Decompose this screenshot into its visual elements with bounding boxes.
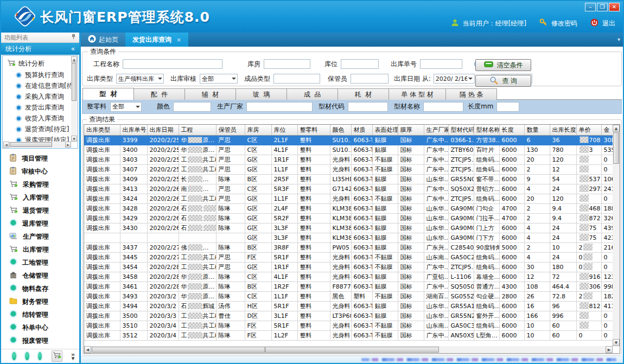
scroll-thumb[interactable]	[613, 132, 619, 164]
product-type-input[interactable]	[273, 74, 320, 84]
module-circle-icon[interactable]	[12, 352, 16, 360]
tree-root[interactable]: 统计分析	[7, 58, 70, 69]
pin-icon[interactable]	[71, 34, 76, 41]
table-horizontal-scrollbar[interactable]: ◀ ‖ ▶	[84, 346, 613, 353]
scroll-right-icon[interactable]: ▶	[606, 346, 613, 353]
sidebar-item-退库管理[interactable]: 退库管理	[1, 217, 79, 230]
logout-link[interactable]: 退出	[602, 19, 615, 28]
column-header[interactable]: 整零料	[297, 125, 330, 135]
table-row[interactable]: 调拨出库34942020/3/2石辉城汤伟H区5R1F整料光身料6063-T5贴…	[84, 301, 613, 311]
clear-conditions-button[interactable]: 清空条件	[475, 59, 531, 71]
column-header[interactable]: 型材代码	[448, 125, 474, 135]
column-header[interactable]: 单价	[576, 125, 601, 135]
table-row[interactable]: 调拨出库34932020/3/2华原…陈琳C区1L1F整料黑色塑料不贴膜国标湖南…	[84, 291, 613, 301]
column-header[interactable]: 数量	[524, 125, 550, 135]
table-row[interactable]: 调拨出库34372020/2/27佛…陈琳B区3R8F整料PW056063-T5…	[84, 242, 613, 252]
sidebar-item-退货管理[interactable]: 退货管理	[1, 204, 79, 217]
outbound-type-select[interactable]: 生产领料出库	[116, 74, 164, 84]
tree-vertical-scrollbar[interactable]: ▲ ▼	[71, 56, 77, 142]
tree-item[interactable]: 收货入库查询	[7, 113, 70, 124]
tree-item[interactable]: 退货查询[待定]	[7, 124, 70, 135]
sidebar-item-财务管理[interactable]: 财务管理	[1, 295, 79, 308]
sidebar-item-补单中心[interactable]: 补单中心	[1, 321, 79, 334]
profile-code-input[interactable]	[348, 102, 388, 112]
minimize-button[interactable]: –	[585, 3, 596, 11]
table-row[interactable]: 调拨出库34132020/2/26南…严思C区5R3F整料G714226063-…	[84, 184, 613, 194]
warehouse-input[interactable]	[264, 59, 310, 69]
scroll-thumb[interactable]	[10, 142, 52, 147]
table-row[interactable]: 调拨出库35122020/3/4工共工程陈琳F区1L2F整料光身料6063-T5…	[84, 330, 613, 340]
table-row[interactable]: 调拨出库34282020/2/26石城陈琳G区2L4F整料KLM38176063…	[84, 203, 613, 213]
column-header[interactable]: 保管员	[216, 125, 245, 135]
location-input[interactable]	[341, 59, 379, 69]
color-input[interactable]	[173, 102, 211, 112]
sidebar-item-结转管理[interactable]: 结转管理	[1, 308, 79, 321]
scroll-thumb[interactable]: ‖	[92, 347, 439, 353]
overflow-chevron[interactable]: »▾	[71, 353, 75, 360]
project-name-input[interactable]	[123, 59, 222, 69]
column-header[interactable]: 生产厂家	[424, 125, 448, 135]
table-row[interactable]: 调拨出库33992020/2/25华原…严思C区2L1F整料SU10…6063-…	[84, 135, 613, 145]
search-button[interactable]: 查 询	[475, 75, 531, 87]
tab-起始页[interactable]: 起始页	[81, 33, 125, 47]
date-from-picker[interactable]: 2020/ 2/16	[434, 74, 475, 84]
table-row[interactable]: 调拨出库34452020/2/27工共工程严思F区5R1F整料光身料6063-T…	[84, 252, 613, 262]
outbound-no-input[interactable]	[420, 59, 462, 69]
scroll-thumb[interactable]	[72, 63, 77, 101]
scroll-down-icon[interactable]: ▼	[613, 339, 620, 346]
column-header[interactable]: 库位	[271, 125, 297, 135]
module-circle-icon[interactable]	[25, 352, 29, 360]
table-row[interactable]: 调拨出库34072020/2/25工共工程严思G区1L1F整料光身料6063-T…	[84, 164, 613, 174]
column-header[interactable]: 材质	[351, 125, 372, 135]
profile-name-input[interactable]	[423, 102, 463, 112]
sidebar-item-项目管理[interactable]: 项目管理	[1, 152, 79, 165]
table-row[interactable]: 调拨出库35002020/3/3工共工程曹佳D区3L1F整料LT3P606063…	[84, 311, 613, 321]
stat-group-header[interactable]: 统计分析 «	[1, 43, 79, 55]
sidebar-item-仓储管理[interactable]: 仓储管理	[1, 269, 79, 282]
sidebar-item-入库管理[interactable]: 入库管理	[1, 191, 79, 204]
column-header[interactable]: 出库单号	[120, 125, 147, 135]
tab-发货出库查询[interactable]: 发货出库查询×	[125, 33, 188, 47]
material-tab[interactable]: 辅 材	[184, 88, 236, 100]
scroll-down-icon[interactable]: ▼	[71, 136, 77, 142]
scroll-left-icon[interactable]: ◀	[84, 346, 91, 353]
material-tab[interactable]: 隔 热 条	[445, 88, 497, 100]
tree-item[interactable]: 采购入库查询	[7, 91, 70, 102]
whole-part-select[interactable]: 全部	[110, 102, 142, 112]
tree-item[interactable]: 预算执行查询	[7, 69, 70, 80]
column-header[interactable]: 出库类型	[84, 125, 120, 135]
outbound-audit-select[interactable]: 全部	[200, 74, 238, 84]
table-row[interactable]: 调拨出库34092020/2/25长…陈琳B区2R5F整料LI35HD6063-…	[84, 174, 613, 184]
tab-close-icon[interactable]: ×	[176, 36, 181, 43]
table-row[interactable]: 调拨出库34612020/2/28华原…陈琳B区1R2F整料F8877FT606…	[84, 282, 613, 291]
module-circle-icon[interactable]	[38, 352, 42, 360]
material-tab[interactable]: 配 件	[133, 88, 185, 100]
close-button[interactable]: ✕	[609, 3, 620, 11]
table-row[interactable]: 调拨出库34032020/2/25工共工程严思G区1R1F整料光身料6063-T…	[84, 155, 613, 164]
maximize-button[interactable]: ❐	[597, 3, 608, 11]
material-tab[interactable]: 玻 璃	[235, 88, 287, 100]
sidebar-item-生产管理[interactable]: 生产管理	[1, 230, 79, 243]
sidebar-item-出库管理[interactable]: 出库管理	[1, 243, 79, 256]
column-header[interactable]: 工程	[179, 125, 216, 135]
table-vertical-scrollbar[interactable]: ▲ ▼	[613, 125, 620, 346]
tree-horizontal-scrollbar[interactable]: ◀ ▶	[3, 142, 71, 148]
keeper-input[interactable]	[351, 74, 389, 84]
scroll-up-icon[interactable]: ▲	[613, 125, 620, 132]
manufacturer-input[interactable]	[246, 102, 313, 112]
column-header[interactable]: 膜厚	[398, 125, 424, 135]
change-password-link[interactable]: 修改密码	[551, 19, 577, 28]
scroll-left-icon[interactable]: ◀	[3, 142, 9, 148]
column-header[interactable]: 长度	[499, 125, 524, 135]
sidebar-item-工地管理[interactable]: 工地管理	[1, 256, 79, 269]
scroll-up-icon[interactable]: ▲	[71, 56, 77, 62]
table-row[interactable]: 调拨出库34582020/2/28华原…陈琳C区4L1F整料光身料6063-T5…	[84, 272, 613, 282]
column-header[interactable]: 库房	[245, 125, 271, 135]
cart-module-button[interactable]	[52, 350, 62, 362]
column-header[interactable]: 出库长度	[550, 125, 576, 135]
table-row[interactable]: G区3L3F整料KLM38176063-T5贴膜国标山东华…GA90M09.门下…	[84, 233, 613, 242]
column-header[interactable]: 金	[601, 125, 613, 135]
sidebar-item-报废管理[interactable]: 报废管理	[1, 334, 79, 347]
table-row[interactable]: 调拨出库34002020/2/25华原…严思C区4L1F整料SU10…6063-…	[84, 145, 613, 155]
material-tab[interactable]: 成 品	[286, 88, 338, 100]
